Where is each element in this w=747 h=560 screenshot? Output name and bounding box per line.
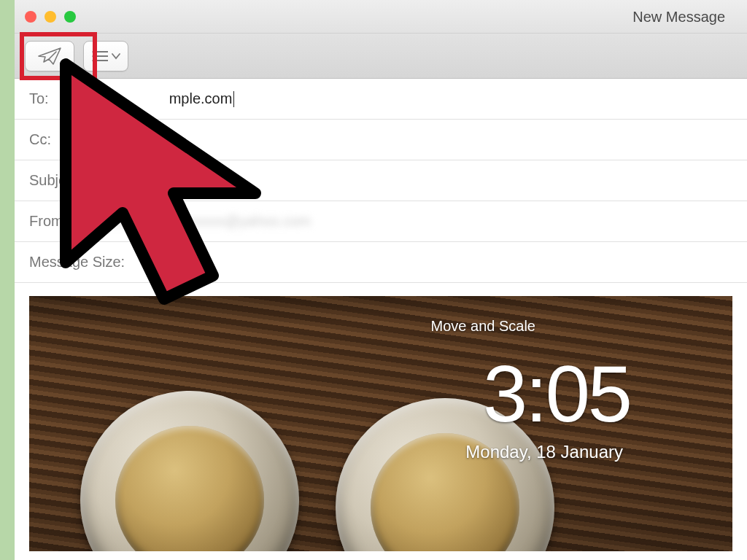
message-size-row: Message Size: 4 KB: [15, 242, 747, 283]
svg-rect-1: [96, 51, 108, 52]
format-list-button[interactable]: [83, 41, 128, 71]
message-size-value: 4 KB: [176, 254, 207, 271]
text-cursor: [233, 91, 234, 107]
svg-point-4: [92, 59, 94, 61]
message-size-label: Message Size:: [29, 254, 125, 271]
svg-rect-3: [96, 55, 108, 57]
toolbar: [15, 34, 747, 79]
subject-row[interactable]: Subject:: [15, 160, 747, 201]
from-row[interactable]: From: xxxxxxxxxx xxxxxxxxxx@yahoo.com: [15, 201, 747, 242]
traffic-lights: [25, 11, 76, 23]
subject-label: Subject:: [29, 172, 82, 189]
attachment-image[interactable]: Move and Scale 3:05 Monday, 18 January: [29, 296, 732, 551]
minimize-button[interactable]: [44, 11, 56, 23]
header-fields: To: mple.com Cc: Subject: From: xxxxxxxx…: [15, 79, 747, 283]
chevron-down-icon: [112, 52, 120, 60]
lock-screen-time: 3:05: [483, 347, 630, 440]
compose-window: New Message To: mple.com: [15, 0, 747, 560]
window-title: New Message: [632, 8, 725, 25]
titlebar: New Message: [15, 0, 747, 34]
list-icon: [91, 50, 109, 63]
to-row[interactable]: To: mple.com: [15, 79, 747, 120]
cc-row[interactable]: Cc:: [15, 120, 747, 160]
to-label: To:: [29, 90, 49, 107]
lock-screen-date: Monday, 18 January: [465, 442, 623, 462]
paper-plane-icon: [37, 46, 62, 66]
send-button[interactable]: [25, 41, 74, 71]
svg-point-2: [92, 55, 94, 57]
from-value: xxxxxxxxxx xxxxxxxxxx@yahoo.com: [74, 213, 311, 230]
close-button[interactable]: [25, 11, 36, 23]
zoom-button[interactable]: [64, 11, 76, 23]
svg-point-0: [92, 50, 94, 52]
svg-rect-5: [96, 60, 108, 61]
cc-label: Cc:: [29, 131, 51, 148]
move-and-scale-label: Move and Scale: [431, 318, 535, 335]
from-label: From:: [29, 213, 67, 230]
to-value: mple.com: [169, 90, 233, 107]
